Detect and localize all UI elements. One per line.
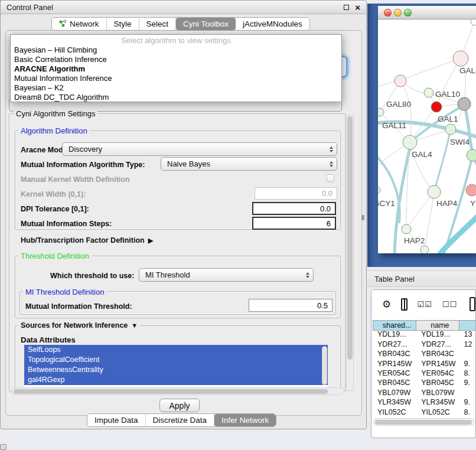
table-row[interactable]: YDL19...YDL19...13 bbox=[373, 330, 476, 339]
bottom-tabbar: Impute DataDiscretize DataInfer Network bbox=[87, 413, 276, 427]
network-node-hap2[interactable] bbox=[402, 224, 411, 234]
algorithm-dropdown-placeholder: Select algorithm to view settings bbox=[11, 35, 341, 45]
tab-network[interactable]: Network bbox=[52, 18, 107, 30]
network-node[interactable] bbox=[420, 246, 429, 253]
tab-label: Select bbox=[146, 19, 169, 28]
tab-discretize-data[interactable]: Discretize Data bbox=[146, 414, 215, 426]
close-icon[interactable]: × bbox=[355, 5, 360, 10]
network-node-gal[interactable] bbox=[453, 51, 468, 66]
node-label: HAP2 bbox=[404, 236, 425, 245]
table-cell: 13 bbox=[459, 330, 476, 339]
sources-expander[interactable]: Sources for Network Inference ▼ bbox=[18, 321, 140, 330]
table-cell: YPR145W bbox=[416, 359, 459, 369]
network-node-hap4[interactable] bbox=[428, 185, 441, 198]
attribute-item[interactable]: BetweennessCentrality bbox=[24, 365, 328, 375]
apply-button[interactable]: Apply bbox=[159, 399, 200, 412]
network-node-gal10[interactable] bbox=[424, 88, 433, 97]
table-row[interactable]: YIL052CYIL052C8. bbox=[373, 407, 476, 417]
gear-icon[interactable]: ⚙ bbox=[382, 298, 391, 311]
network-node-y[interactable] bbox=[466, 184, 476, 196]
table-row[interactable]: YER054CYER054C8. bbox=[373, 369, 476, 378]
attribute-item[interactable]: gal4RGexp bbox=[24, 375, 328, 385]
table-row[interactable]: YDR27...YDR27...12 bbox=[373, 340, 476, 349]
chevron-down-icon: ▼ bbox=[131, 322, 138, 329]
mac-close-icon[interactable] bbox=[384, 9, 392, 17]
hub-definition-expander[interactable]: Hub/Transcription Factor Definition ▶ bbox=[21, 236, 153, 244]
attribute-item[interactable]: SelfLoops bbox=[24, 345, 328, 355]
column-header[interactable]: shared... bbox=[373, 320, 416, 331]
tab-cyni-toolbox[interactable]: Cyni Toolbox bbox=[176, 18, 236, 30]
file-icon[interactable] bbox=[470, 297, 475, 311]
network-node-gal1[interactable] bbox=[445, 124, 456, 135]
table-cell: 9. bbox=[459, 359, 476, 369]
dpi-tolerance-input[interactable] bbox=[252, 202, 336, 215]
tab-infer-network[interactable]: Infer Network bbox=[214, 414, 276, 426]
chevron-right-icon: ▶ bbox=[148, 237, 153, 244]
bottom-left-icon[interactable] bbox=[0, 444, 6, 450]
mi-threshold-input[interactable] bbox=[249, 299, 332, 312]
table-cell bbox=[459, 349, 476, 358]
mi-threshold-label: Mutual Information Threshold: bbox=[25, 302, 132, 311]
manual-kernel-width-checkbox[interactable] bbox=[327, 174, 334, 182]
scrollbar-thumb[interactable] bbox=[14, 389, 328, 394]
deselect-all-checkboxes-icon[interactable]: ☐☐ bbox=[442, 300, 457, 309]
network-node-swi4[interactable] bbox=[467, 149, 476, 161]
network-node[interactable] bbox=[471, 19, 476, 25]
dpi-tolerance-label: DPI Tolerance [0,1]: bbox=[21, 205, 89, 213]
network-node-gcy1[interactable] bbox=[378, 187, 380, 194]
mi-threshold-definition-title: MI Threshold Definition bbox=[23, 288, 106, 296]
mi-steps-input[interactable] bbox=[252, 217, 336, 230]
column-header[interactable]: name bbox=[416, 320, 459, 331]
algorithm-option[interactable]: Mutual Information Inference bbox=[11, 74, 341, 83]
scrollbar-thumb[interactable] bbox=[375, 420, 472, 425]
scrollbar-thumb[interactable] bbox=[347, 116, 353, 360]
kernel-width-input[interactable] bbox=[255, 187, 337, 200]
table-panel-title: Table Panel bbox=[374, 275, 415, 283]
cyni-algorithm-settings-title: Cyni Algorithm Settings bbox=[14, 109, 97, 118]
table-cell: YER054C bbox=[416, 369, 459, 378]
algorithm-option[interactable]: Bayesian – Hill Climbing bbox=[11, 45, 341, 55]
table-row[interactable]: YBL079WYBL079W bbox=[373, 388, 476, 397]
network-canvas[interactable]: GALGAL80GAL10GAL11GAL1GAL4SWI4GCY1HAP4YH… bbox=[378, 19, 476, 253]
settings-vertical-scrollbar[interactable] bbox=[346, 115, 354, 391]
table-row[interactable]: YPR145WYPR145W9. bbox=[373, 359, 476, 369]
select-all-checkboxes-icon[interactable]: ☑☑ bbox=[418, 300, 432, 309]
algorithm-option[interactable]: Bayesian – K2 bbox=[11, 83, 341, 93]
control-panel-title: Control Panel bbox=[6, 3, 53, 12]
algorithm-option[interactable]: Basic Correlation Inference bbox=[11, 55, 341, 64]
spinner-arrows-icon bbox=[330, 161, 333, 167]
settings-horizontal-scrollbar[interactable] bbox=[11, 387, 344, 395]
column-header[interactable] bbox=[459, 320, 476, 331]
split-columns-icon[interactable] bbox=[401, 298, 407, 311]
tab-select[interactable]: Select bbox=[139, 18, 177, 30]
table-cell: YLR345W bbox=[416, 397, 459, 407]
network-node[interactable] bbox=[431, 102, 442, 112]
network-window-titlebar[interactable] bbox=[378, 6, 476, 19]
table-horizontal-scrollbar[interactable] bbox=[373, 418, 475, 426]
aracne-mode-value: Discovery bbox=[69, 145, 102, 154]
network-node-gal11[interactable] bbox=[378, 108, 384, 116]
mi-algorithm-type-combobox[interactable]: Naive Bayes bbox=[161, 157, 337, 171]
float-window-icon[interactable] bbox=[344, 5, 349, 10]
mac-minimize-icon[interactable] bbox=[394, 9, 402, 17]
table-row[interactable]: YBR045CYBR045C9. bbox=[373, 378, 476, 387]
attributes-scrollbar-thumb[interactable] bbox=[322, 346, 327, 385]
mac-zoom-icon[interactable] bbox=[404, 9, 412, 17]
table-row[interactable]: YLR345WYLR345W9. bbox=[373, 397, 476, 407]
tab-style[interactable]: Style bbox=[107, 18, 139, 30]
which-threshold-combobox[interactable]: MI Threshold bbox=[139, 268, 314, 282]
algorithm-option[interactable]: ARACNE Algorithm bbox=[11, 64, 341, 74]
algorithm-option[interactable]: Dream8 DC_TDC Algorithm bbox=[11, 93, 341, 102]
table-cell: YER054C bbox=[373, 369, 416, 378]
network-node-gal80[interactable] bbox=[395, 75, 406, 87]
attribute-item[interactable]: TopologicalCoefficient bbox=[24, 355, 328, 365]
table-row[interactable]: YBR043CYBR043C bbox=[373, 349, 476, 358]
aracne-mode-combobox[interactable]: Discovery bbox=[62, 142, 337, 156]
table-panel-window: ⚙ ☑☑ ☐☐ shared...nameYDL19...YDL19...13Y… bbox=[371, 289, 476, 438]
network-node[interactable] bbox=[458, 97, 471, 110]
network-node-gal4[interactable] bbox=[403, 135, 417, 149]
panel-divider-handle[interactable] bbox=[361, 215, 364, 220]
tab-impute-data[interactable]: Impute Data bbox=[87, 414, 146, 426]
node-label: GAL10 bbox=[435, 90, 460, 99]
tab-jactivemnodules[interactable]: jActiveMNodules bbox=[236, 18, 309, 30]
